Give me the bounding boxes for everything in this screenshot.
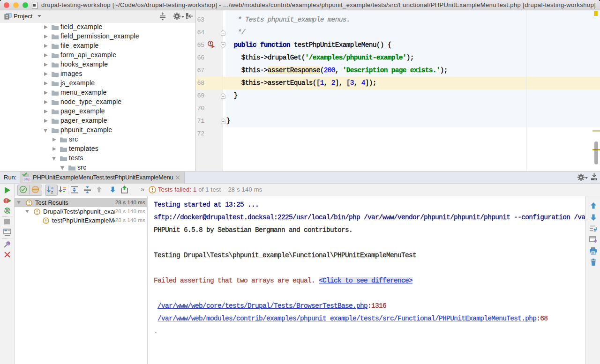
svg-text:z: z — [51, 190, 53, 194]
